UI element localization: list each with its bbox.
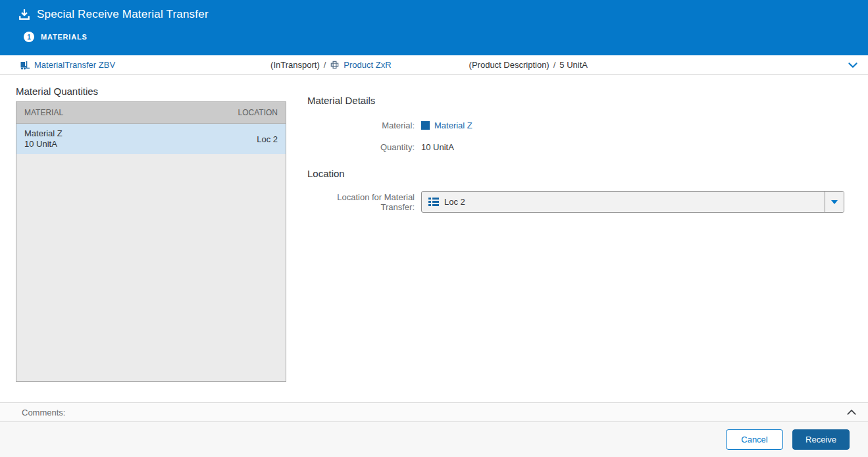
download-icon xyxy=(18,9,30,20)
quantity-field-row: Quantity: 10 UnitA xyxy=(307,142,844,152)
chevron-down-icon[interactable] xyxy=(847,59,859,71)
chevron-up-icon[interactable] xyxy=(846,406,857,418)
quantity-label: Quantity: xyxy=(307,142,415,152)
step-label: MATERIALS xyxy=(41,33,88,41)
location-field-label: Location for Material Transfer: xyxy=(307,192,415,212)
material-details-title: Material Details xyxy=(307,95,844,106)
breadcrumb-separator: / xyxy=(549,60,560,70)
material-label: Material: xyxy=(307,121,415,130)
location-select-open-button[interactable] xyxy=(825,192,844,212)
row-material-cell: Material Z 10 UnitA xyxy=(24,128,63,149)
breadcrumb-separator: / xyxy=(320,60,330,70)
material-quantities-title: Material Quantities xyxy=(16,86,286,97)
row-location-cell: Loc 2 xyxy=(257,134,278,144)
material-square-icon xyxy=(421,121,430,130)
page-title: Special Receive Material Transfer xyxy=(37,8,209,21)
material-details-panel: Material Details Material: Material Z Qu… xyxy=(286,75,868,402)
step-number-badge: 1 xyxy=(24,32,34,42)
footer-toolbar: Cancel Receive xyxy=(0,422,868,457)
receive-button[interactable]: Receive xyxy=(792,429,850,450)
app-header: Special Receive Material Transfer 1 MATE… xyxy=(0,0,868,55)
transfer-status: (InTransport) xyxy=(270,60,320,70)
column-header-material: MATERIAL xyxy=(24,108,63,117)
table-row[interactable]: Material Z 10 UnitA Loc 2 xyxy=(16,124,286,154)
context-bar: MaterialTransfer ZBV (InTransport) / Pro… xyxy=(0,55,868,75)
material-field-row: Material: Material Z xyxy=(307,121,844,130)
cancel-button[interactable]: Cancel xyxy=(726,429,783,450)
table-header-row: MATERIAL LOCATION xyxy=(16,102,286,124)
material-quantities-panel: Material Quantities MATERIAL LOCATION Ma… xyxy=(0,75,286,402)
material-value-link[interactable]: Material Z xyxy=(434,121,472,130)
quantity-value: 10 UnitA xyxy=(421,142,454,152)
location-selected-value: Loc 2 xyxy=(444,197,465,207)
main-content: Material Quantities MATERIAL LOCATION Ma… xyxy=(0,75,868,402)
transfer-quantity: 5 UnitA xyxy=(559,60,588,70)
forklift-icon xyxy=(20,60,30,70)
material-quantities-table: MATERIAL LOCATION Material Z 10 UnitA Lo… xyxy=(16,101,286,382)
column-header-location: LOCATION xyxy=(238,108,278,117)
location-section-title: Location xyxy=(307,168,844,179)
product-link[interactable]: Product ZxR xyxy=(330,60,391,70)
location-field-row: Location for Material Transfer: Loc 2 xyxy=(307,191,844,213)
product-plus-icon xyxy=(330,60,340,70)
special-receive-material-transfer-app: Special Receive Material Transfer 1 MATE… xyxy=(0,0,868,457)
location-select[interactable]: Loc 2 xyxy=(421,191,844,213)
list-icon xyxy=(428,197,439,207)
comments-label: Comments: xyxy=(22,408,65,417)
dropdown-arrow-icon xyxy=(831,200,838,204)
comments-bar[interactable]: Comments: xyxy=(0,402,868,422)
material-transfer-link[interactable]: MaterialTransfer ZBV xyxy=(20,60,115,70)
product-description: (Product Description) xyxy=(469,60,549,70)
wizard-step-materials[interactable]: 1 MATERIALS xyxy=(24,32,868,42)
